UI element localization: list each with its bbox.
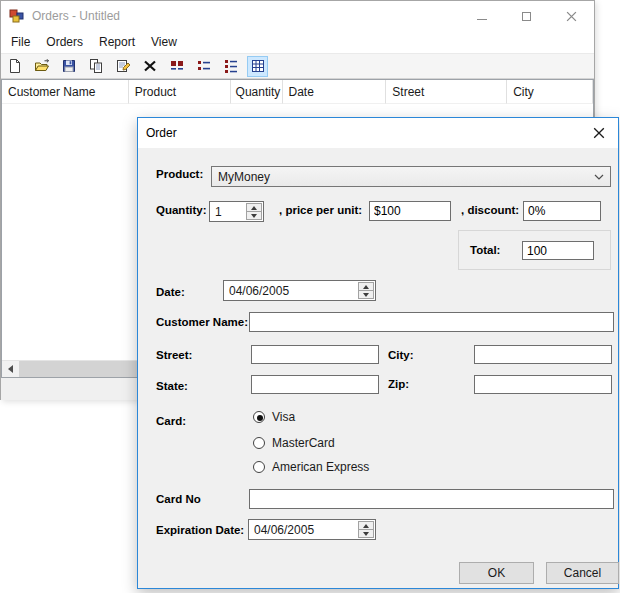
order-dialog: Order Product: MyMoney Quantity: 1 , pri… [137, 117, 619, 589]
down-arrow-icon [363, 532, 369, 536]
menu-orders[interactable]: Orders [38, 32, 91, 52]
date-spin-buttons [358, 282, 374, 299]
total-field[interactable] [522, 241, 594, 260]
menu-report[interactable]: Report [91, 32, 143, 52]
expiration-up-button[interactable] [359, 522, 373, 530]
small-icons-view-button[interactable] [193, 56, 214, 77]
dialog-close-button[interactable] [580, 118, 618, 148]
up-arrow-icon [363, 285, 369, 289]
discount-field[interactable] [523, 201, 601, 221]
expiration-down-button[interactable] [359, 530, 373, 537]
large-icons-view-icon [169, 58, 185, 74]
expiration-date-picker[interactable]: 04/06/2005 [248, 519, 376, 540]
scroll-left-button[interactable] [2, 361, 19, 377]
left-arrow-icon [8, 365, 13, 373]
card-no-field[interactable] [249, 489, 614, 509]
discount-label: , discount: [461, 204, 519, 216]
product-label: Product: [156, 168, 203, 180]
state-label: State: [156, 380, 188, 392]
delete-button[interactable] [139, 56, 160, 77]
list-view-icon [223, 58, 239, 74]
radio-visa-label: Visa [272, 410, 295, 424]
quantity-spin-buttons [246, 203, 262, 220]
dialog-titlebar: Order [138, 118, 618, 148]
radio-mastercard-label: MasterCard [272, 436, 335, 450]
save-icon [61, 58, 77, 74]
column-header-product[interactable]: Product [129, 80, 231, 104]
radio-icon [253, 437, 265, 449]
state-field[interactable] [251, 375, 379, 394]
date-value: 04/06/2005 [224, 281, 357, 300]
quantity-label: Quantity: [156, 204, 206, 216]
customer-name-label: Customer Name: [156, 316, 248, 328]
column-header-date[interactable]: Date [283, 80, 387, 104]
radio-american-express-label: American Express [272, 460, 369, 474]
new-document-button[interactable] [4, 56, 25, 77]
close-button[interactable] [549, 1, 594, 31]
new-document-icon [7, 58, 23, 74]
date-down-button[interactable] [359, 291, 373, 298]
total-panel: Total: [458, 230, 611, 270]
close-icon [566, 11, 577, 22]
card-label: Card: [156, 415, 186, 427]
zip-label: Zip: [388, 378, 409, 390]
details-view-icon [250, 58, 266, 74]
radio-mastercard[interactable]: MasterCard [253, 436, 335, 450]
toolbar [1, 53, 594, 79]
up-arrow-icon [363, 524, 369, 528]
zip-field[interactable] [474, 375, 612, 394]
column-header-customer-name[interactable]: Customer Name [2, 80, 129, 104]
customer-name-field[interactable] [249, 312, 614, 332]
product-value: MyMoney [218, 170, 270, 184]
copy-button[interactable] [85, 56, 106, 77]
product-combobox[interactable]: MyMoney [211, 166, 611, 187]
radio-visa[interactable]: Visa [253, 410, 295, 424]
properties-icon [115, 58, 131, 74]
save-button[interactable] [58, 56, 79, 77]
menu-file[interactable]: File [3, 32, 38, 52]
copy-icon [88, 58, 104, 74]
open-folder-icon [34, 58, 50, 74]
quantity-down-button[interactable] [247, 212, 261, 219]
ok-button[interactable]: OK [459, 562, 534, 584]
list-view-button[interactable] [220, 56, 241, 77]
minimize-button[interactable] [459, 1, 504, 31]
large-icons-view-button[interactable] [166, 56, 187, 77]
down-arrow-icon [251, 214, 257, 218]
dialog-close-icon [593, 127, 605, 139]
maximize-button[interactable] [504, 1, 549, 31]
radio-icon [253, 461, 265, 473]
quantity-value: 1 [210, 202, 245, 221]
minimize-icon [477, 19, 487, 20]
window-controls [459, 1, 594, 31]
expiration-spin-buttons [358, 521, 374, 538]
expiration-date-value: 04/06/2005 [249, 520, 357, 539]
city-label: City: [388, 349, 414, 361]
city-field[interactable] [474, 345, 612, 364]
chevron-down-icon [594, 174, 604, 180]
date-picker[interactable]: 04/06/2005 [223, 280, 376, 301]
menu-view[interactable]: View [143, 32, 185, 52]
price-per-unit-field[interactable] [369, 201, 451, 221]
card-no-label: Card No [156, 493, 201, 505]
small-icons-view-icon [196, 58, 212, 74]
menubar: File Orders Report View [1, 31, 594, 53]
column-header-street[interactable]: Street [386, 80, 507, 104]
street-label: Street: [156, 349, 192, 361]
column-header-city[interactable]: City [507, 80, 593, 104]
titlebar: Orders - Untitled [1, 1, 594, 31]
street-field[interactable] [251, 345, 379, 364]
quantity-stepper[interactable]: 1 [209, 201, 264, 222]
radio-american-express[interactable]: American Express [253, 460, 369, 474]
quantity-up-button[interactable] [247, 204, 261, 212]
window-title: Orders - Untitled [32, 9, 120, 23]
column-header-quantity[interactable]: Quantity [231, 80, 283, 104]
app-icon [9, 8, 25, 24]
details-view-button[interactable] [247, 56, 268, 77]
listview-header: Customer Name Product Quantity Date Stre… [2, 80, 593, 104]
date-up-button[interactable] [359, 283, 373, 291]
open-folder-button[interactable] [31, 56, 52, 77]
cancel-button[interactable]: Cancel [546, 562, 619, 584]
total-label: Total: [470, 244, 500, 256]
properties-button[interactable] [112, 56, 133, 77]
